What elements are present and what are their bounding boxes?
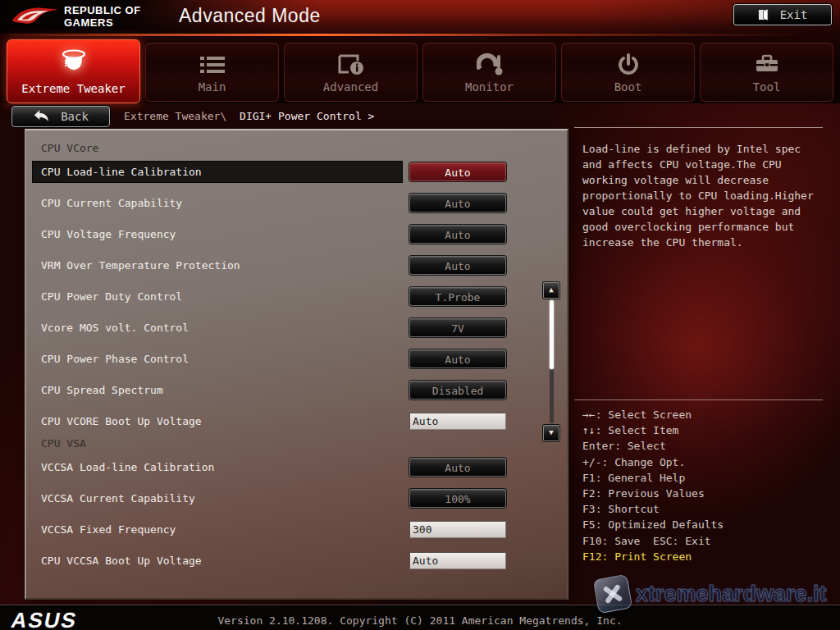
shortcut-f2-previous-values: F2: Previous Values	[582, 486, 724, 501]
setting-label: CPU VCORE Boot Up Voltage	[33, 415, 402, 427]
setting-label: CPU Power Duty Control	[33, 290, 402, 303]
setting-row-cpu-power-duty-control[interactable]: CPU Power Duty Control T.Probe	[26, 281, 567, 312]
tab-main[interactable]: Main	[145, 43, 279, 102]
setting-row-vccsa-load-line-calibration[interactable]: VCCSA Load-line Calibration Auto	[26, 451, 567, 482]
shortcut-f12-print-screen: F12: Print Screen	[582, 549, 724, 564]
setting-value-button[interactable]: 7V	[409, 318, 506, 337]
setting-row-cpu-current-capability[interactable]: CPU Current Capability Auto	[26, 187, 567, 218]
tab-label: Monitor	[423, 80, 555, 94]
scroll-up-button[interactable]: ▲	[543, 282, 559, 299]
setting-row-cpu-spread-spectrum[interactable]: CPU Spread Spectrum Disabled	[26, 374, 567, 405]
tab-label: Extreme Tweaker	[7, 82, 139, 95]
tab-monitor[interactable]: Monitor	[422, 43, 556, 102]
page-info-icon	[285, 52, 417, 78]
breadcrumb-row: Back Extreme Tweaker\ DIGI+ Power Contro…	[11, 105, 374, 127]
setting-label: CPU Spread Spectrum	[33, 384, 402, 396]
breadcrumb-parent: Extreme Tweaker\	[124, 110, 226, 122]
setting-row-vcore-mos-volt-control[interactable]: Vcore MOS volt. Control 7V	[26, 312, 567, 343]
exit-label: Exit	[780, 8, 808, 21]
setting-label: Vcore MOS volt. Control	[33, 322, 402, 334]
setting-label: VCCSA Load-line Calibration	[33, 461, 402, 473]
tab-advanced[interactable]: Advanced	[284, 43, 418, 102]
setting-value-input[interactable]	[409, 552, 506, 569]
tab-extreme-tweaker[interactable]: Extreme Tweaker	[7, 39, 140, 103]
setting-value-button[interactable]: T.Probe	[409, 287, 506, 306]
setting-label: CPU Power Phase Control	[33, 353, 402, 365]
tab-tool[interactable]: Tool	[700, 43, 833, 102]
breadcrumb: Extreme Tweaker\ DIGI+ Power Control >	[124, 110, 374, 122]
setting-value-button[interactable]: Auto	[409, 256, 506, 275]
group-header-cpu-vsa: CPU VSA	[26, 436, 567, 451]
setting-value-input[interactable]	[409, 413, 506, 430]
setting-label: VRM Over Temperature Protection	[33, 259, 402, 272]
setting-row-cpu-power-phase-control[interactable]: CPU Power Phase Control Auto	[26, 343, 567, 374]
shortcut-f3-shortcut: F3: Shortcut	[582, 501, 724, 517]
setting-row-vrm-over-temperature-protection[interactable]: VRM Over Temperature Protection Auto	[26, 249, 567, 281]
setting-label: CPU VCCSA Boot Up Voltage	[33, 555, 402, 567]
back-button[interactable]: Back	[11, 106, 110, 127]
power-icon	[562, 52, 694, 78]
scrollbar-thumb[interactable]	[550, 300, 554, 369]
setting-value-button[interactable]: Auto	[409, 225, 506, 244]
setting-label: CPU Current Capability	[33, 197, 402, 209]
setting-label: VCCSA Current Capability	[33, 492, 402, 504]
tab-strip: Extreme Tweaker Main Advanced	[0, 36, 840, 103]
shortcut-f10-save-esc-exit: F10: Save ESC: Exit	[582, 533, 724, 549]
shortcut-select-screen: →←: Select Screen	[582, 407, 724, 422]
back-arrow-icon	[33, 109, 51, 123]
setting-value-button[interactable]: Auto	[409, 458, 506, 477]
footer-bar: ASUS Version 2.10.1208. Copyright (C) 20…	[0, 605, 840, 630]
exit-button[interactable]: Exit	[733, 4, 832, 25]
shortcuts-divider	[574, 399, 823, 400]
brand-text: REPUBLIC OF GAMERS	[64, 4, 141, 29]
setting-row-cpu-load-line-calibration[interactable]: CPU Load-line Calibration Auto	[26, 156, 567, 187]
setting-row-vccsa-current-capability[interactable]: VCCSA Current Capability 100%	[26, 482, 567, 514]
back-label: Back	[61, 110, 89, 123]
rog-logo-icon	[11, 2, 59, 31]
tab-boot[interactable]: Boot	[561, 43, 695, 102]
brand-line-1: REPUBLIC OF	[64, 4, 141, 16]
setting-label: VCCSA Fixed Frequency	[33, 523, 402, 536]
settings-panel: CPU VCore CPU Load-line Calibration Auto…	[25, 129, 568, 600]
exit-door-icon	[758, 8, 769, 21]
setting-value-button[interactable]: Auto	[409, 349, 506, 368]
breadcrumb-current: DIGI+ Power Control >	[240, 110, 374, 122]
version-text: Version 2.10.1208. Copyright (C) 2011 Am…	[0, 614, 840, 627]
watermark-text: xtremehardware.it	[636, 582, 827, 607]
tab-label: Main	[146, 80, 278, 94]
scroll-down-button[interactable]: ▼	[543, 425, 559, 441]
setting-value-input[interactable]	[409, 521, 506, 538]
brand-line-2: GAMERS	[64, 16, 141, 29]
help-text: Load-line is defined by Intel spec and a…	[582, 141, 829, 250]
help-panel-top-divider	[574, 127, 823, 128]
shortcut-legend: →←: Select Screen ↑↓: Select Item Enter:…	[582, 407, 724, 564]
setting-row-cpu-vccsa-boot-up-voltage[interactable]: CPU VCCSA Boot Up Voltage	[26, 545, 567, 576]
gauge-thermometer-icon	[423, 52, 555, 78]
list-icon	[146, 52, 278, 78]
setting-label: CPU Load-line Calibration	[33, 162, 402, 182]
toolbox-icon	[701, 52, 833, 78]
setting-row-vccsa-fixed-frequency[interactable]: VCCSA Fixed Frequency	[26, 514, 567, 545]
shortcut-f1-general-help: F1: General Help	[582, 470, 724, 486]
setting-value-button[interactable]: 100%	[409, 489, 506, 508]
tab-label: Boot	[562, 80, 694, 94]
extreme-tweaker-icon	[7, 48, 139, 75]
shortcut-enter-select: Enter: Select	[582, 438, 724, 454]
scrollbar-track[interactable]	[550, 300, 554, 423]
scrollbar: ▲ ▼	[543, 282, 559, 441]
shortcut-change-opt: +/-: Change Opt.	[582, 454, 724, 470]
page-title: Advanced Mode	[179, 5, 321, 27]
setting-value-button[interactable]: Auto	[409, 194, 506, 212]
setting-value-button[interactable]: Auto	[409, 162, 506, 181]
setting-row-cpu-voltage-frequency[interactable]: CPU Voltage Frequency Auto	[26, 218, 567, 249]
shortcut-select-item: ↑↓: Select Item	[582, 422, 724, 438]
group-header-cpu-vcore: CPU VCore	[26, 141, 567, 156]
tab-label: Tool	[701, 80, 833, 94]
setting-value-button[interactable]: Disabled	[409, 381, 506, 399]
top-bar: REPUBLIC OF GAMERS Advanced Mode Exit	[0, 0, 840, 34]
tab-label: Advanced	[285, 80, 417, 94]
setting-label: CPU Voltage Frequency	[33, 228, 402, 240]
shortcut-f5-optimized-defaults: F5: Optimized Defaults	[582, 517, 724, 532]
setting-row-cpu-vcore-boot-up-voltage[interactable]: CPU VCORE Boot Up Voltage	[26, 405, 567, 436]
